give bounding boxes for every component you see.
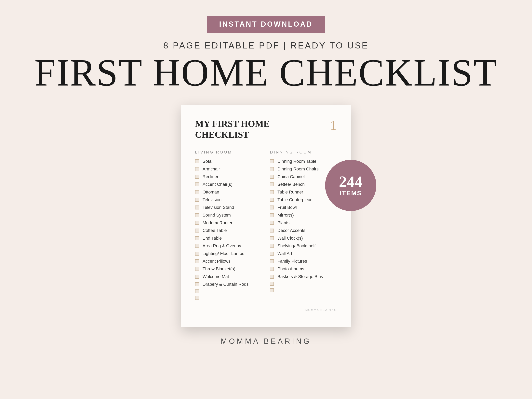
list-item: Armchair (195, 166, 262, 172)
list-item: Dinning Room Table (270, 159, 337, 164)
list-item: Drapery & Curtain Rods (195, 282, 262, 287)
list-item: Throw Blanket(s) (195, 266, 262, 272)
checkbox[interactable] (270, 175, 274, 179)
document: MY FIRST HOME CHECKLIST 1 LIVING ROOM So… (181, 105, 351, 327)
checkbox[interactable] (195, 198, 199, 202)
doc-footer: MOMMA BEARING (195, 308, 337, 311)
checkbox[interactable] (195, 244, 199, 248)
subtitle: 8 PAGE EDITABLE PDF | READY TO USE (163, 41, 369, 51)
list-item: Recliner (195, 174, 262, 179)
checkbox[interactable] (195, 205, 199, 209)
badge-number: 244 (339, 174, 362, 190)
checkbox[interactable] (270, 236, 274, 240)
list-item: Shelving/ Bookshelf (270, 243, 337, 248)
checkbox[interactable] (270, 198, 274, 202)
list-item: Wall Art (270, 251, 337, 256)
checkbox[interactable] (195, 175, 199, 179)
checkbox[interactable] (195, 213, 199, 217)
checkbox[interactable] (270, 267, 274, 271)
checkbox[interactable] (270, 221, 274, 225)
list-item: Accent Chair(s) (195, 182, 262, 187)
list-item: Sofa (195, 159, 262, 164)
list-item: Table Centerpiece (270, 197, 337, 202)
bottom-brand: MOMMA BEARING (221, 337, 311, 346)
checkbox[interactable] (195, 275, 199, 279)
list-item: Accent Pillows (195, 259, 262, 264)
list-item: Coffee Table (195, 228, 262, 233)
page-number: 1 (330, 118, 337, 132)
checkbox[interactable] (195, 282, 199, 286)
checkbox[interactable] (195, 267, 199, 271)
list-item: Fruit Bowl (270, 205, 337, 210)
list-item: Welcome Mat (195, 274, 262, 279)
checkbox[interactable] (195, 259, 199, 263)
list-item: End Table (195, 236, 262, 241)
main-title: FIRST HOME CHECKLIST (34, 52, 498, 93)
checkbox[interactable] (195, 190, 199, 194)
checkbox[interactable] (195, 236, 199, 240)
living-room-column: LIVING ROOM SofaArmchairReclinerAccent C… (195, 150, 262, 303)
list-item: Wall Clock(s) (270, 236, 337, 241)
list-item: Television Stand (195, 205, 262, 210)
checkbox[interactable] (195, 183, 199, 186)
checkbox[interactable] (270, 244, 274, 248)
checkbox[interactable] (195, 228, 199, 233)
list-item: Décor Accents (270, 228, 337, 233)
checkbox[interactable] (270, 183, 274, 186)
living-room-heading: LIVING ROOM (195, 150, 262, 154)
document-wrapper: MY FIRST HOME CHECKLIST 1 LIVING ROOM So… (181, 105, 351, 327)
checkbox[interactable] (195, 221, 199, 225)
checkbox[interactable] (195, 252, 199, 256)
checkbox[interactable] (270, 159, 274, 163)
doc-header: MY FIRST HOME CHECKLIST 1 (195, 118, 337, 140)
top-section: INSTANT DOWNLOAD 8 PAGE EDITABLE PDF | R… (0, 0, 532, 93)
list-item: Mirror(s) (270, 213, 337, 218)
checkbox[interactable] (270, 259, 274, 263)
list-item: Dinning Room Chairs (270, 166, 337, 172)
list-item: Modem/ Router (195, 220, 262, 225)
list-item: Sound System (195, 213, 262, 218)
items-badge: 244 ITEMS (325, 160, 376, 211)
list-item: Family Pictures (270, 259, 337, 264)
checkbox[interactable] (195, 167, 199, 171)
checkbox[interactable] (270, 275, 274, 279)
list-item: Plants (270, 220, 337, 225)
dinning-room-heading: DINNING ROOM (270, 150, 337, 154)
checkbox[interactable] (270, 190, 274, 194)
list-item: Ottoman (195, 190, 262, 195)
checkbox[interactable] (270, 228, 274, 233)
list-item: Television (195, 197, 262, 202)
checkbox[interactable] (195, 159, 199, 163)
list-item: Lighting/ Floor Lamps (195, 251, 262, 256)
checkbox[interactable] (270, 167, 274, 171)
list-item: Area Rug & Overlay (195, 243, 262, 248)
checkbox[interactable] (270, 252, 274, 256)
list-item: Baskets & Storage Bins (270, 274, 337, 279)
dinning-room-column: DINNING ROOM Dinning Room TableDinning R… (270, 150, 337, 303)
instant-download-badge: INSTANT DOWNLOAD (207, 16, 324, 33)
checkbox[interactable] (270, 205, 274, 209)
badge-items-label: ITEMS (340, 190, 362, 197)
checkbox[interactable] (270, 213, 274, 217)
doc-title: MY FIRST HOME CHECKLIST (195, 118, 270, 140)
columns: LIVING ROOM SofaArmchairReclinerAccent C… (195, 150, 337, 303)
list-item: Photo Albums (270, 266, 337, 272)
